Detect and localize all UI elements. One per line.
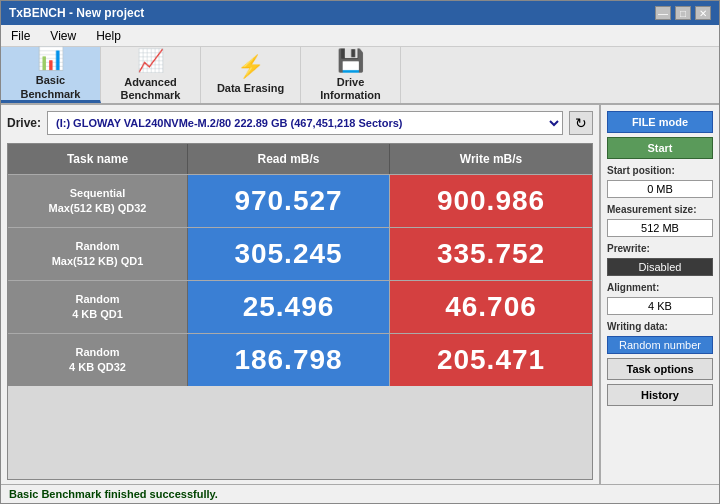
writing-data-label: Writing data:	[607, 321, 713, 332]
alignment-value: 4 KB	[607, 297, 713, 315]
menu-view[interactable]: View	[44, 27, 82, 45]
tab-drive-information[interactable]: 💾 DriveInformation	[301, 47, 401, 103]
menu-help[interactable]: Help	[90, 27, 127, 45]
left-panel: Drive: (I:) GLOWAY VAL240NVMe-M.2/80 222…	[1, 105, 599, 484]
prewrite-value: Disabled	[607, 258, 713, 276]
start-button[interactable]: Start	[607, 137, 713, 159]
tab-basic-benchmark[interactable]: 📊 BasicBenchmark	[1, 47, 101, 103]
start-position-label: Start position:	[607, 165, 713, 176]
measurement-size-label: Measurement size:	[607, 204, 713, 215]
drive-refresh-button[interactable]: ↻	[569, 111, 593, 135]
benchmark-table: Task name Read mB/s Write mB/s Sequentia…	[7, 143, 593, 480]
minimize-button[interactable]: —	[655, 6, 671, 20]
data-erasing-icon: ⚡	[237, 54, 264, 80]
drive-information-icon: 💾	[337, 48, 364, 74]
main-window: TxBENCH - New project — □ ✕ File View He…	[0, 0, 720, 504]
table-row: SequentialMax(512 KB) QD32 970.527 900.9…	[8, 174, 592, 227]
menu-bar: File View Help	[1, 25, 719, 47]
close-button[interactable]: ✕	[695, 6, 711, 20]
prewrite-label: Prewrite:	[607, 243, 713, 254]
maximize-button[interactable]: □	[675, 6, 691, 20]
table-header: Task name Read mB/s Write mB/s	[8, 144, 592, 174]
drive-label: Drive:	[7, 116, 41, 130]
row3-label: Random4 KB QD1	[8, 281, 188, 333]
row4-write: 205.471	[390, 334, 592, 386]
row4-read: 186.798	[188, 334, 390, 386]
row2-label: RandomMax(512 KB) QD1	[8, 228, 188, 280]
drive-row: Drive: (I:) GLOWAY VAL240NVMe-M.2/80 222…	[7, 111, 593, 135]
writing-data-value: Random number	[607, 336, 713, 354]
main-content: Drive: (I:) GLOWAY VAL240NVMe-M.2/80 222…	[1, 105, 719, 484]
row1-read: 970.527	[188, 175, 390, 227]
start-position-value: 0 MB	[607, 180, 713, 198]
toolbar: 📊 BasicBenchmark 📈 AdvancedBenchmark ⚡ D…	[1, 47, 719, 105]
row1-label: SequentialMax(512 KB) QD32	[8, 175, 188, 227]
window-controls: — □ ✕	[655, 6, 711, 20]
advanced-benchmark-icon: 📈	[137, 48, 164, 74]
alignment-label: Alignment:	[607, 282, 713, 293]
col-read: Read mB/s	[188, 144, 390, 174]
col-task-name: Task name	[8, 144, 188, 174]
basic-benchmark-icon: 📊	[37, 46, 64, 72]
advanced-benchmark-label: AdvancedBenchmark	[121, 76, 181, 102]
col-write: Write mB/s	[390, 144, 592, 174]
status-bar: Basic Benchmark finished successfully.	[1, 484, 719, 503]
row1-write: 900.986	[390, 175, 592, 227]
measurement-size-value: 512 MB	[607, 219, 713, 237]
menu-file[interactable]: File	[5, 27, 36, 45]
history-button[interactable]: History	[607, 384, 713, 406]
row2-write: 335.752	[390, 228, 592, 280]
window-title: TxBENCH - New project	[9, 6, 144, 20]
table-row: RandomMax(512 KB) QD1 305.245 335.752	[8, 227, 592, 280]
drive-select[interactable]: (I:) GLOWAY VAL240NVMe-M.2/80 222.89 GB …	[47, 111, 563, 135]
tab-advanced-benchmark[interactable]: 📈 AdvancedBenchmark	[101, 47, 201, 103]
basic-benchmark-label: BasicBenchmark	[21, 74, 81, 100]
table-row: Random4 KB QD1 25.496 46.706	[8, 280, 592, 333]
row3-write: 46.706	[390, 281, 592, 333]
data-erasing-label: Data Erasing	[217, 82, 284, 95]
row2-read: 305.245	[188, 228, 390, 280]
drive-information-label: DriveInformation	[320, 76, 381, 102]
title-bar: TxBENCH - New project — □ ✕	[1, 1, 719, 25]
status-text: Basic Benchmark finished successfully.	[9, 488, 218, 500]
table-row: Random4 KB QD32 186.798 205.471	[8, 333, 592, 386]
file-mode-button[interactable]: FILE mode	[607, 111, 713, 133]
right-panel: FILE mode Start Start position: 0 MB Mea…	[599, 105, 719, 484]
row4-label: Random4 KB QD32	[8, 334, 188, 386]
task-options-button[interactable]: Task options	[607, 358, 713, 380]
tab-data-erasing[interactable]: ⚡ Data Erasing	[201, 47, 301, 103]
row3-read: 25.496	[188, 281, 390, 333]
